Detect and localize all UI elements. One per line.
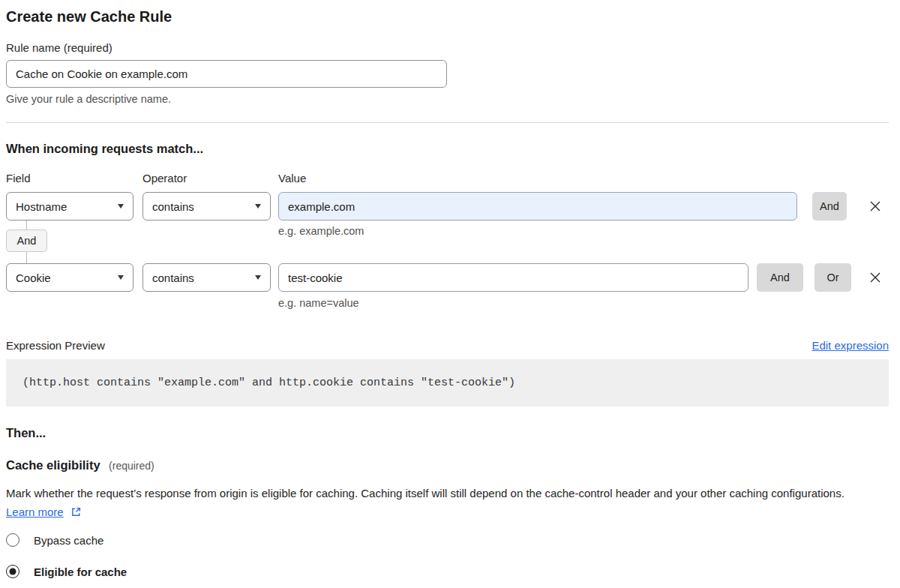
remove-condition-button-1[interactable] [868, 192, 883, 220]
cache-eligibility-label: Cache eligibility [6, 458, 100, 472]
condition-row-1: Hostname contains And [6, 192, 889, 220]
add-and-condition-button-1[interactable]: And [812, 192, 847, 220]
required-note: (required) [109, 460, 154, 472]
section-divider [6, 122, 889, 123]
chevron-down-icon [118, 204, 124, 208]
field-select-2-value: Cookie [16, 272, 51, 284]
expression-preview-code: (http.host contains "example.com" and ht… [6, 359, 889, 406]
rule-name-input[interactable] [6, 60, 447, 88]
field-select-2[interactable]: Cookie [6, 263, 134, 292]
field-column-label: Field [6, 172, 142, 185]
description-text: Mark whether the request’s response from… [6, 487, 844, 500]
close-icon [868, 200, 882, 213]
radio-unselected-icon[interactable] [6, 533, 20, 547]
expression-preview-label: Expression Preview [6, 338, 105, 352]
value-hint-1: e.g. example.com [278, 224, 364, 238]
add-or-condition-button-2[interactable]: Or [814, 263, 851, 292]
operator-column-label: Operator [142, 172, 278, 185]
field-select-1[interactable]: Hostname [6, 192, 134, 220]
edit-expression-link[interactable]: Edit expression [812, 339, 889, 352]
chevron-down-icon [255, 275, 261, 280]
radio-option-bypass-cache[interactable]: Bypass cache [6, 533, 889, 547]
radio-label: Eligible for cache [34, 566, 127, 578]
external-link-icon [70, 506, 82, 518]
operator-select-1-value: contains [152, 200, 194, 213]
learn-more-link[interactable]: Learn more [6, 506, 64, 518]
remove-condition-button-2[interactable] [868, 263, 883, 292]
create-cache-rule-page: Create new Cache Rule Rule name (require… [0, 0, 900, 578]
operator-select-2[interactable]: contains [142, 263, 271, 292]
rule-name-helper: Give your rule a descriptive name. [6, 92, 889, 106]
radio-label: Bypass cache [34, 534, 104, 547]
cache-eligibility-heading-row: Cache eligibility (required) [6, 458, 889, 472]
value-input-1[interactable] [278, 192, 797, 220]
add-and-condition-button-2[interactable]: And [757, 263, 803, 292]
condition-row-2: Cookie contains And Or [6, 263, 889, 292]
page-title: Create new Cache Rule [6, 6, 889, 27]
condition-connector-zone: And e.g. example.com [6, 220, 889, 263]
operator-select-1[interactable]: contains [142, 192, 271, 220]
radio-selected-icon[interactable] [6, 565, 20, 578]
cache-eligibility-description: Mark whether the request’s response from… [6, 484, 876, 521]
chevron-down-icon [118, 275, 124, 280]
expression-header: Expression Preview Edit expression [6, 338, 889, 352]
match-section-heading: When incoming requests match... [6, 141, 889, 156]
value-column-label: Value [278, 172, 889, 185]
chevron-down-icon [255, 204, 261, 208]
value-input-2[interactable] [278, 263, 748, 292]
radio-option-eligible-for-cache[interactable]: Eligible for cache [6, 565, 889, 578]
matcher-column-headers: Field Operator Value [6, 172, 889, 185]
close-icon [868, 271, 882, 284]
then-heading: Then... [6, 425, 889, 440]
field-select-1-value: Hostname [16, 200, 67, 213]
connector-and-chip: And [6, 230, 47, 252]
value-hint-2: e.g. name=value [278, 296, 889, 310]
rule-name-label: Rule name (required) [6, 41, 889, 55]
operator-select-2-value: contains [152, 272, 194, 284]
